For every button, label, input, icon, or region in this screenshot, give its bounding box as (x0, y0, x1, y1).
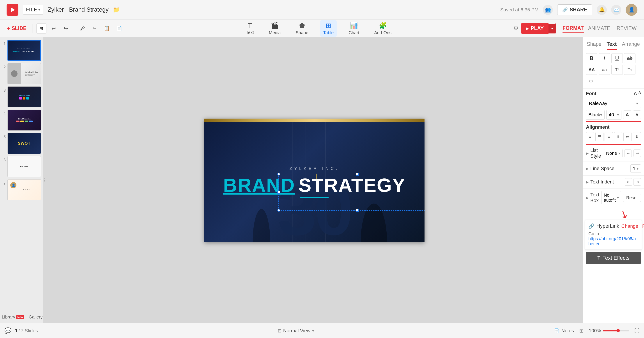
mail-icon[interactable]: ✉️ (611, 5, 621, 15)
align-left-button[interactable]: ≡ (586, 132, 594, 141)
font-size-select[interactable]: 40 ▾ (606, 110, 622, 120)
chat-icon[interactable]: 💬 (4, 327, 12, 334)
subscript-button[interactable]: T₂ (624, 65, 636, 75)
font-size-decrease[interactable]: A (633, 111, 641, 119)
indent-increase-button[interactable]: ⇥ (634, 150, 641, 157)
font-color-select[interactable]: Black ▾ (586, 110, 604, 120)
view-chevron-icon: ▾ (312, 328, 314, 333)
copy-icon[interactable]: 📋 (102, 24, 112, 34)
animate-tab[interactable]: ANIMATE (586, 24, 612, 33)
goto-label: Go to: (588, 231, 600, 236)
font-size-a-larger[interactable]: A (634, 91, 637, 96)
slide-thumb-3[interactable]: 3 Business Ways (2, 86, 41, 107)
lowercase-button[interactable]: aa (599, 65, 610, 75)
share-button[interactable]: 🔗 SHARE (557, 5, 592, 15)
slide-thumb-2[interactable]: 2 Marketing Strategy Lorem ipsum dolor s… (2, 63, 41, 84)
notes-button[interactable]: 📄 Notes (554, 328, 574, 333)
uppercase-button[interactable]: AA (586, 65, 597, 75)
line-space-select[interactable]: 1 ▾ (630, 164, 641, 173)
text-box-section[interactable]: ▶ Text Box No autofit ▾ Reset (583, 188, 644, 207)
slide-preview-7[interactable]: 👤 Profile Card (8, 179, 41, 200)
slide-preview-5[interactable]: SWOT (8, 133, 41, 154)
font-name-select[interactable]: Raleway ▾ (586, 99, 641, 108)
zoom-thumb[interactable] (616, 329, 620, 332)
underline-button[interactable]: U (611, 53, 623, 63)
normal-view-icon[interactable]: ⊞ (36, 24, 46, 34)
review-tab[interactable]: REVIEW (614, 24, 639, 33)
doc-title[interactable]: Zylker - Brand Strategy (48, 6, 109, 13)
indent-decrease-button[interactable]: ⇤ (624, 150, 632, 157)
list-style-value: None (606, 151, 617, 156)
text-indent-decrease[interactable]: ⇤ (625, 178, 632, 186)
slide-thumb-1[interactable]: 1 ZYLKER INC. BRAND STRATEGY (2, 40, 41, 61)
fullscreen-icon[interactable]: ⛶ (634, 328, 640, 334)
remove-link-button[interactable]: Remove (642, 223, 644, 229)
change-link-button[interactable]: Change (622, 223, 638, 229)
superscript-button[interactable]: T² (611, 65, 623, 75)
text-box-select[interactable]: No autofit ▾ (601, 191, 621, 204)
list-style-select[interactable]: None ▾ (604, 149, 622, 157)
font-size-a-smaller[interactable]: A (638, 91, 641, 96)
text-indent-section[interactable]: ▶ Text Indent ⇤ ⇥ (583, 176, 644, 188)
panel-divider[interactable] (43, 37, 46, 323)
text-indent-increase[interactable]: ⇥ (634, 178, 641, 186)
gallery-button[interactable]: Gallery (29, 314, 42, 319)
paste-icon[interactable]: 📄 (114, 24, 124, 34)
settings-icon[interactable]: ⚙ (513, 25, 519, 32)
text-settings-icon[interactable]: ⚙ (586, 76, 596, 86)
paint-format-icon[interactable]: 🖌 (77, 24, 88, 34)
italic-button[interactable]: I (599, 53, 610, 63)
align-middle-button[interactable]: ⬅ (624, 132, 632, 141)
strikethrough-button[interactable]: ab (624, 53, 636, 63)
text-effects-button[interactable]: T Text Effects (586, 252, 641, 264)
library-button[interactable]: Library New (2, 314, 24, 319)
play-button[interactable]: ▶ PLAY (521, 23, 548, 34)
shape-tool[interactable]: ⬟ Shape (293, 20, 312, 37)
tab-shape[interactable]: Shape (587, 41, 602, 50)
slide-canvas[interactable]: 30 ZYLKER INC. BRAND STRATEGY (204, 119, 424, 242)
current-slide: 1 (15, 328, 18, 333)
zoom-slider[interactable] (603, 330, 629, 331)
slide-thumb-4[interactable]: 4 Digital Marketing (2, 110, 41, 131)
redo-button[interactable]: ↪ (61, 24, 71, 34)
slide-preview-6[interactable]: B2C Model (8, 156, 41, 177)
file-button[interactable]: FILE ▾ (23, 5, 43, 15)
zoom-control: 100% (589, 328, 629, 333)
main-layout: 1 ZYLKER INC. BRAND STRATEGY 2 Marketing… (0, 37, 644, 323)
slide-text-container[interactable]: ZYLKER INC. BRAND STRATEGY (231, 166, 398, 198)
slide-thumb-5[interactable]: 5 SWOT (2, 133, 41, 154)
align-top-button[interactable]: ⬆ (614, 132, 622, 141)
align-center-button[interactable]: ☰ (595, 132, 604, 141)
grid-view-icon[interactable]: ⊞ (579, 328, 584, 334)
bold-button[interactable]: B (586, 53, 597, 63)
notification-icon[interactable]: 🔔 (597, 5, 607, 15)
align-right-button[interactable]: ≡ (604, 132, 613, 141)
hyperlink-url[interactable]: https://hbr.org/2015/06/a-better- (588, 236, 638, 246)
tab-arrange[interactable]: Arrange (622, 41, 640, 50)
slide-preview-2[interactable]: Marketing Strategy Lorem ipsum dolor sit… (8, 63, 41, 84)
font-size-increase[interactable]: A (623, 111, 631, 119)
format-tab[interactable]: FORMAT (562, 24, 584, 33)
text-tool[interactable]: T Text (243, 20, 257, 36)
slide-thumb-6[interactable]: 6 B2C Model (2, 156, 41, 177)
addons-tool[interactable]: 🧩 Add-Ons (371, 20, 394, 37)
view-select[interactable]: ⊡ Normal View ▾ (278, 328, 314, 333)
slide-preview-4[interactable]: Digital Marketing (8, 110, 41, 131)
tab-text[interactable]: Text (607, 41, 617, 50)
play-chevron[interactable]: ▾ (548, 24, 556, 33)
line-space-section[interactable]: ▶ Line Space 1 ▾ (583, 162, 644, 176)
reset-button[interactable]: Reset (623, 194, 641, 202)
avatar[interactable]: 👤 (626, 4, 638, 16)
slide-thumb-7[interactable]: 7 👤 Profile Card (2, 179, 41, 200)
media-tool[interactable]: 🎬 Media (266, 20, 284, 37)
align-bottom-button[interactable]: ⬇ (632, 132, 641, 141)
slide-preview-1[interactable]: ZYLKER INC. BRAND STRATEGY (8, 40, 41, 61)
collab-icon-people[interactable]: 👥 (543, 5, 553, 15)
undo-button[interactable]: ↩ (49, 24, 59, 34)
list-style-section[interactable]: ▶ List Style None ▾ ⇤ ⇥ (583, 145, 644, 162)
slide-preview-3[interactable]: Business Ways (8, 86, 41, 107)
table-tool[interactable]: ⊞ Table (320, 20, 337, 37)
scissors-icon[interactable]: ✂ (90, 24, 100, 34)
chart-tool[interactable]: 📊 Chart (346, 20, 362, 37)
slide-button[interactable]: + SLIDE (5, 24, 28, 33)
